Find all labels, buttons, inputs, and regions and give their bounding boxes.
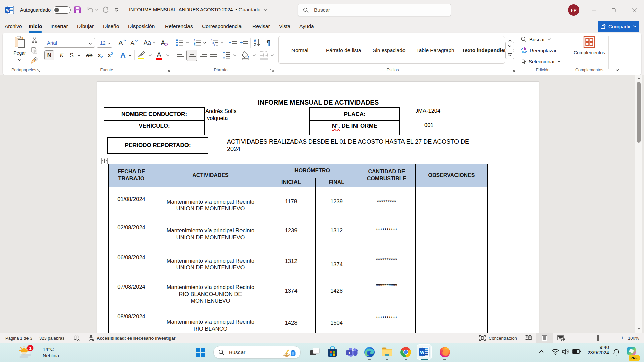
- cell-cantidad[interactable]: **********: [358, 311, 416, 333]
- cell-final[interactable]: 1239: [316, 187, 358, 216]
- find-button[interactable]: Buscar: [521, 36, 551, 42]
- copilot-icon[interactable]: [627, 346, 636, 356]
- minimize-button[interactable]: [586, 0, 602, 20]
- cell-actividad[interactable]: Mantenimiento vía principal RecintoRÍO B…: [154, 311, 267, 333]
- cell-cantidad[interactable]: *********: [358, 187, 416, 216]
- cell-cantidad[interactable]: **********: [358, 246, 416, 276]
- font-name-combobox[interactable]: Arial: [44, 38, 95, 48]
- shading-dropdown[interactable]: [252, 50, 257, 60]
- style-4[interactable]: Texto independiente: [462, 36, 505, 64]
- conductor-label-box[interactable]: NOMBRE CONDUCTOR:: [104, 107, 205, 121]
- undo-icon[interactable]: [86, 6, 94, 14]
- styles-dialog-launcher[interactable]: [511, 68, 516, 74]
- cell-inicial[interactable]: 1428: [267, 311, 316, 333]
- numbering-dropdown[interactable]: [202, 38, 207, 48]
- style-1[interactable]: Párrafo de lista: [326, 36, 361, 64]
- vertical-scrollbar[interactable]: [635, 75, 642, 333]
- style-3[interactable]: Table Paragraph: [416, 36, 454, 64]
- cell-inicial[interactable]: 1374: [267, 276, 316, 311]
- tab-vista[interactable]: Vista: [278, 20, 291, 33]
- shrink-font-button[interactable]: A: [129, 38, 140, 48]
- cell-observaciones[interactable]: [416, 276, 488, 311]
- paragraph-dialog-launcher[interactable]: [270, 68, 274, 74]
- header-inicial[interactable]: INICIAL: [267, 178, 316, 187]
- font-dialog-launcher[interactable]: [166, 68, 171, 74]
- cell-final[interactable]: 1504: [316, 311, 358, 333]
- placa-value[interactable]: JMA-1204: [415, 108, 440, 114]
- page-indicator[interactable]: Página 1 de 3: [5, 333, 32, 343]
- share-button[interactable]: Compartir: [598, 21, 639, 32]
- bold-button[interactable]: N: [44, 50, 54, 60]
- line-spacing-dropdown[interactable]: [232, 50, 237, 60]
- select-button[interactable]: Seleccionar: [521, 58, 561, 64]
- subscript-button[interactable]: x2: [95, 50, 105, 60]
- cell-inicial[interactable]: 1178: [267, 187, 316, 216]
- tab-correspondencia[interactable]: Correspondencia: [201, 20, 242, 33]
- grow-font-button[interactable]: A: [117, 38, 128, 48]
- line-spacing-button[interactable]: [221, 50, 231, 60]
- redo-icon[interactable]: [102, 6, 109, 14]
- read-mode-button[interactable]: [524, 333, 532, 343]
- periodo-label-box[interactable]: PERIODO REPORTADO:: [107, 137, 208, 154]
- tab-disposicion[interactable]: Disposición: [127, 20, 155, 33]
- cut-icon[interactable]: [31, 37, 38, 45]
- clear-formatting-button[interactable]: A: [159, 38, 170, 48]
- superscript-button[interactable]: x2: [105, 50, 115, 60]
- document-page[interactable]: INFORME MENSUAL DE ACTIVIDADES NOMBRE CO…: [97, 81, 539, 333]
- teams-icon[interactable]: T: [346, 347, 358, 357]
- word-taskbar-icon[interactable]: W: [419, 346, 430, 358]
- volume-icon[interactable]: [561, 348, 570, 355]
- shading-button[interactable]: [240, 50, 251, 61]
- title-dropdown-chevron[interactable]: [263, 9, 268, 11]
- word-count[interactable]: 323 palabras: [39, 333, 64, 343]
- weather-description[interactable]: Neblina: [43, 353, 59, 358]
- battery-icon[interactable]: [572, 349, 581, 354]
- zoom-level[interactable]: 100%: [628, 333, 639, 343]
- paste-button[interactable]: Pegar: [9, 36, 30, 62]
- clipboard-dialog-launcher[interactable]: [37, 68, 41, 74]
- underline-dropdown[interactable]: [76, 50, 82, 60]
- cell-observaciones[interactable]: [416, 311, 488, 333]
- weather-temperature[interactable]: 14°C: [43, 346, 54, 352]
- borders-dropdown[interactable]: [270, 50, 275, 60]
- tab-revisar[interactable]: Revisar: [252, 20, 271, 33]
- tab-insertar[interactable]: Insertar: [50, 20, 69, 33]
- cell-fecha[interactable]: 06/08/2024: [109, 246, 154, 276]
- highlight-dropdown[interactable]: [148, 50, 153, 60]
- cell-actividad[interactable]: Mantenimiento vía principal RecintoUNION…: [154, 246, 267, 276]
- taskbar-search-box[interactable]: Buscar: [213, 346, 301, 359]
- scrollbar-thumb[interactable]: [637, 82, 641, 143]
- cell-final[interactable]: 1428: [316, 276, 358, 311]
- collapse-ribbon-chevron[interactable]: [615, 66, 620, 72]
- header-observaciones[interactable]: OBSERVACIONES: [416, 164, 488, 187]
- autosave-toggle[interactable]: [53, 6, 71, 14]
- header-horometro[interactable]: HORÓMETRO: [267, 164, 358, 178]
- zoom-out-button[interactable]: −: [571, 333, 574, 343]
- close-button[interactable]: [627, 0, 642, 20]
- increase-indent-button[interactable]: [239, 38, 249, 48]
- cell-fecha[interactable]: 07/08/2024: [109, 276, 154, 311]
- styles-more-button[interactable]: [505, 51, 514, 59]
- font-color-dropdown[interactable]: [165, 50, 170, 60]
- cell-observaciones[interactable]: [416, 187, 488, 216]
- task-view-button[interactable]: [309, 347, 320, 358]
- text-effects-dropdown[interactable]: [127, 50, 133, 60]
- placa-label-box[interactable]: PLACA:: [309, 107, 400, 121]
- sort-button[interactable]: AZ: [252, 38, 263, 48]
- style-0[interactable]: Normal: [291, 36, 308, 64]
- justify-button[interactable]: [209, 50, 219, 60]
- styles-scroll-down[interactable]: [505, 42, 514, 50]
- highlight-button[interactable]: [136, 50, 147, 61]
- weather-widget[interactable]: 1: [17, 344, 35, 361]
- customize-quick-access-icon[interactable]: [114, 7, 119, 12]
- undo-dropdown-chevron[interactable]: [95, 9, 98, 11]
- cell-inicial[interactable]: 1239: [267, 216, 316, 246]
- tab-diseno[interactable]: Diseño: [102, 20, 120, 33]
- search-box[interactable]: Buscar: [298, 4, 451, 16]
- maximize-restore-button[interactable]: [606, 0, 622, 20]
- replace-button[interactable]: bc Reemplazar: [521, 47, 557, 54]
- align-left-button[interactable]: [176, 50, 186, 60]
- cell-observaciones[interactable]: [416, 216, 488, 246]
- tray-clock[interactable]: 9:40 23/9/2024: [580, 345, 609, 355]
- font-size-combobox[interactable]: 12: [97, 38, 112, 48]
